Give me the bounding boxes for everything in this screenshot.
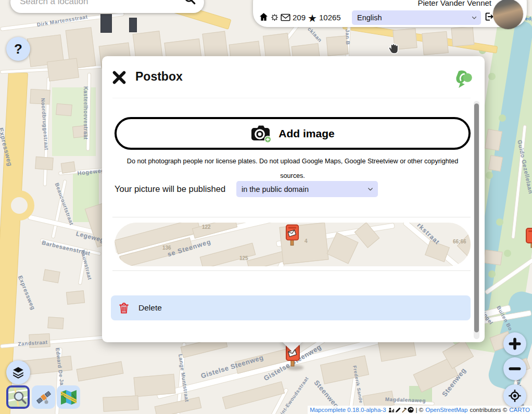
delete-label: Delete bbox=[138, 303, 162, 313]
minimap-postbox-marker bbox=[285, 224, 300, 247]
street-label: cklaan bbox=[307, 26, 323, 43]
logout-icon[interactable] bbox=[484, 11, 494, 22]
language-select[interactable]: English bbox=[352, 10, 481, 25]
folded-map-icon bbox=[59, 388, 78, 407]
dialog-minimap[interactable]: se Steenwegrkstraat122136125466;66 bbox=[115, 223, 471, 266]
street-label: Zandstraat bbox=[18, 339, 48, 347]
street-label: Magdalenaweg bbox=[385, 396, 426, 404]
attribution-bar: Mapcomplete 0.18.0-alpha-3 | © OpenStree… bbox=[308, 406, 532, 414]
street-label: Steenweg bbox=[440, 366, 467, 398]
street-label: Beaucourtstraat bbox=[54, 182, 75, 226]
help-button[interactable]: ? bbox=[6, 37, 30, 61]
hand-cursor bbox=[386, 41, 402, 58]
zoom-in-button[interactable] bbox=[503, 332, 526, 355]
street-label: Expressweg bbox=[17, 275, 36, 311]
postbox-dialog: Postbox Add image bbox=[102, 56, 485, 342]
carto-link[interactable]: CARTO bbox=[509, 407, 530, 413]
zoom-out-button[interactable] bbox=[503, 357, 526, 380]
language-selected-value: English bbox=[352, 14, 471, 22]
satellite-icon bbox=[35, 389, 53, 406]
star-icon: ★ bbox=[308, 12, 317, 24]
layers-button[interactable] bbox=[6, 360, 30, 384]
street-label: int-Ewoudsstraat bbox=[279, 376, 310, 414]
street-label: Pauwstraat bbox=[80, 249, 93, 280]
pencil-icon bbox=[395, 407, 401, 413]
circle-arrow-icon bbox=[408, 407, 414, 413]
street-label: Frederik Sande bbox=[352, 365, 364, 404]
search-box bbox=[10, 0, 204, 13]
street-label: Kasteelhoevestraat bbox=[83, 86, 88, 140]
layers-icon bbox=[11, 366, 25, 379]
house-number: 66;66 bbox=[453, 239, 466, 244]
street-label: Legeweg bbox=[75, 230, 105, 244]
mapcomplete-version-link[interactable]: Mapcomplete 0.18.0-alpha-3 bbox=[310, 407, 386, 413]
postbox-marker-partial[interactable] bbox=[526, 228, 532, 249]
street-label: Steenweg bbox=[313, 379, 341, 410]
changesets-count: 10265 bbox=[319, 13, 341, 22]
camera-plus-icon bbox=[250, 124, 271, 143]
license-label: Your picture will be published bbox=[115, 184, 225, 194]
street-label: Expressweg bbox=[0, 127, 14, 167]
street-label: Dirk Martensstraat bbox=[36, 14, 88, 28]
messages-icon[interactable] bbox=[281, 14, 290, 21]
trash-icon bbox=[119, 302, 129, 314]
pickaxe-icon bbox=[401, 407, 407, 413]
street-label: Noordbruggestraat bbox=[40, 98, 49, 150]
style-button-satellite[interactable] bbox=[32, 385, 55, 409]
messages-count: 209 bbox=[293, 13, 306, 22]
license-select[interactable]: in the public domain bbox=[236, 181, 378, 197]
search-input[interactable] bbox=[20, 0, 181, 10]
house-number: 4 bbox=[305, 238, 308, 244]
street-label: Buiten Bo bbox=[496, 305, 513, 332]
username: Pieter Vander Vennet bbox=[387, 0, 491, 7]
dialog-title: Postbox bbox=[135, 70, 183, 84]
add-image-label: Add image bbox=[278, 127, 334, 140]
locate-button[interactable] bbox=[503, 384, 526, 407]
street-label: Gistelse Steenweg bbox=[200, 353, 264, 380]
close-icon[interactable] bbox=[111, 70, 127, 85]
home-icon[interactable] bbox=[259, 12, 269, 22]
street-label: rkstraat bbox=[415, 223, 441, 246]
street-label: edp bbox=[525, 16, 532, 21]
house-number: 122 bbox=[202, 224, 211, 230]
style-button-map[interactable] bbox=[57, 385, 80, 409]
dialog-scrollbar[interactable] bbox=[474, 101, 479, 339]
attribution-contributors: contributors © bbox=[470, 407, 507, 413]
crosshair-icon bbox=[508, 389, 522, 403]
attribution-icons bbox=[388, 407, 414, 413]
attribution-separator: | © bbox=[416, 407, 424, 413]
gear-icon[interactable] bbox=[270, 13, 279, 22]
scrollbar-thumb[interactable] bbox=[474, 104, 479, 332]
add-image-button[interactable]: Add image bbox=[115, 117, 471, 150]
osm-link[interactable]: OpenStreetMap bbox=[425, 407, 467, 413]
chevron-down-icon bbox=[367, 186, 378, 192]
street-label: Hogeweg bbox=[77, 167, 105, 176]
street-label: se Steenweg bbox=[167, 238, 212, 258]
house-number: 125 bbox=[239, 255, 248, 261]
street-label: Guido Gezellelaan bbox=[516, 139, 532, 195]
image-disclaimer: Do not photograph people nor license pla… bbox=[117, 154, 468, 183]
contributor-stats-icon bbox=[388, 407, 395, 413]
app-root: Dirk MartensstraatNoordbruggestraatKaste… bbox=[0, 0, 532, 414]
street-label: Jan B bbox=[345, 29, 351, 45]
plus-icon bbox=[508, 337, 522, 351]
style-button-osm[interactable] bbox=[6, 385, 30, 409]
avatar[interactable] bbox=[493, 0, 523, 29]
search-icon[interactable] bbox=[183, 0, 197, 6]
osm-map-magnifier-icon bbox=[8, 387, 28, 407]
chevron-down-icon bbox=[471, 15, 481, 21]
license-selected-value: in the public domain bbox=[236, 185, 367, 193]
street-label: Lange Muntstraat bbox=[178, 354, 190, 403]
delete-button[interactable]: Delete bbox=[111, 295, 471, 320]
mapcomplete-logo-icon bbox=[454, 70, 473, 88]
minus-icon bbox=[508, 362, 522, 376]
